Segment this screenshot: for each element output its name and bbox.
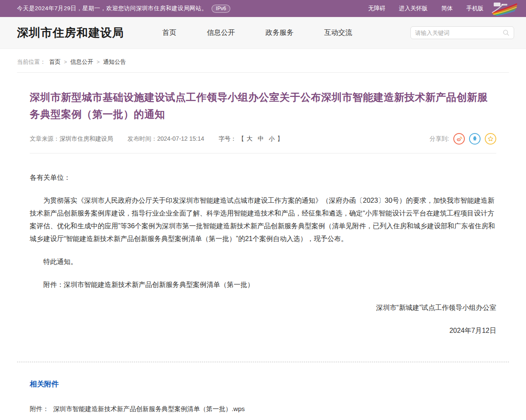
fontsize-large-button[interactable]: 大: [246, 135, 252, 142]
breadcrumb-label: 当前位置：: [17, 58, 46, 66]
attachment-file-link[interactable]: 深圳市智能建造新技术新产品创新服务典型案例清单（第一批）.wps: [53, 405, 245, 412]
breadcrumb: 当前位置： 首页 > 信息公开 > 通知公告: [17, 58, 509, 66]
divider: [30, 153, 496, 153]
source-label: 文章来源：: [30, 135, 59, 142]
weibo-icon: [456, 136, 463, 142]
share-qzone-button[interactable]: [485, 133, 496, 145]
article-body: 各有关单位： 为贯彻落实《深圳市人民政府办公厅关于印发深圳市智能建造试点城市建设…: [30, 171, 496, 337]
article: 深圳市新型城市基础设施建设试点工作领导小组办公室关于公布深圳市智能建造新技术新产…: [17, 89, 509, 337]
attachment-row: 附件： 深圳市智能建造新技术新产品创新服务典型案例清单（第一批）.wps: [30, 405, 496, 413]
fontsize-bracket-open: 【: [238, 135, 244, 142]
simplified-chinese-link[interactable]: 简体: [441, 5, 453, 12]
breadcrumb-separator: >: [97, 59, 100, 65]
nav-home[interactable]: 首页: [162, 28, 176, 37]
source-value: 深圳市住房和建设局: [59, 135, 113, 142]
topbar-links: 无障碍 进入关怀版 简体 手机版: [368, 5, 484, 12]
qzone-star-icon: [487, 136, 494, 142]
main-paragraph: 为贯彻落实《深圳市人民政府办公厅关于印发深圳市智能建造试点城市建设工作方案的通知…: [30, 194, 496, 245]
article-title: 深圳市新型城市基础设施建设试点工作领导小组办公室关于公布深圳市智能建造新技术新产…: [30, 89, 496, 123]
notice-line: 特此通知。: [30, 255, 496, 268]
main-nav: 首页 信息公开 政务服务 互动交流: [162, 28, 352, 37]
ipv6-badge[interactable]: IPv6: [212, 5, 230, 13]
publish-time: 发布时间：2024-07-12 15:14: [127, 135, 204, 143]
breadcrumb-home[interactable]: 首页: [49, 58, 61, 66]
related-attachments-section: 相关附件 附件： 深圳市智能建造新技术新产品创新服务典型案例清单（第一批）.wp…: [17, 379, 509, 413]
font-size-control: 字号： 【大中小】: [219, 135, 283, 143]
dashed-divider: [17, 362, 509, 362]
fontsize-small-button[interactable]: 小: [269, 135, 274, 142]
share-qq-button[interactable]: [469, 133, 481, 145]
breadcrumb-notices[interactable]: 通知公告: [103, 58, 126, 66]
care-version-link[interactable]: 进入关怀版: [399, 5, 428, 12]
rainbow-wing-logo-icon[interactable]: [490, 1, 518, 16]
breadcrumb-separator: >: [64, 59, 67, 65]
share-weibo-button[interactable]: [453, 133, 465, 145]
fontsize-label: 字号：: [219, 135, 237, 142]
time-value: 2024-07-12 15:14: [157, 135, 204, 142]
share-label: 分享到:: [430, 135, 449, 143]
attachment-reference: 附件：深圳市智能建造新技术新产品创新服务典型案例清单（第一批）: [30, 278, 496, 291]
qq-penguin-icon: [472, 136, 478, 142]
mobile-version-link[interactable]: 手机版: [467, 5, 484, 12]
topbar: 今天是2024年7月29日，星期一，欢迎您访问深圳市住房和建设局网站。 IPv6…: [0, 0, 526, 17]
signature-date: 2024年7月12日: [30, 324, 496, 337]
salutation: 各有关单位：: [30, 171, 496, 184]
signature: 深圳市“新城建”试点工作领导小组办公室: [30, 301, 496, 314]
nav-gov-services[interactable]: 政务服务: [266, 28, 294, 37]
search-icon[interactable]: [503, 29, 509, 36]
welcome-text: 今天是2024年7月29日，星期一，欢迎您访问深圳市住房和建设局网站。: [17, 5, 207, 12]
site-title: 深圳市住房和建设局: [17, 25, 124, 40]
search-input[interactable]: [415, 30, 503, 36]
accessibility-link[interactable]: 无障碍: [368, 5, 386, 12]
fontsize-bracket-close: 】: [277, 135, 283, 142]
article-meta: 文章来源：深圳市住房和建设局 发布时间：2024-07-12 15:14 字号：…: [30, 133, 496, 145]
site-header: 深圳市住房和建设局 首页 信息公开 政务服务 互动交流: [0, 17, 526, 49]
search-box[interactable]: [410, 26, 514, 39]
share-group: 分享到:: [430, 133, 496, 145]
nav-info-disclosure[interactable]: 信息公开: [207, 28, 235, 37]
article-source: 文章来源：深圳市住房和建设局: [30, 135, 113, 143]
fontsize-medium-button[interactable]: 中: [257, 135, 263, 142]
attachment-label: 附件：: [30, 405, 49, 412]
time-label: 发布时间：: [127, 135, 157, 142]
nav-interaction[interactable]: 互动交流: [324, 28, 352, 37]
related-attachments-title: 相关附件: [30, 379, 496, 389]
divider: [17, 72, 509, 73]
breadcrumb-info-disclosure[interactable]: 信息公开: [71, 58, 93, 66]
